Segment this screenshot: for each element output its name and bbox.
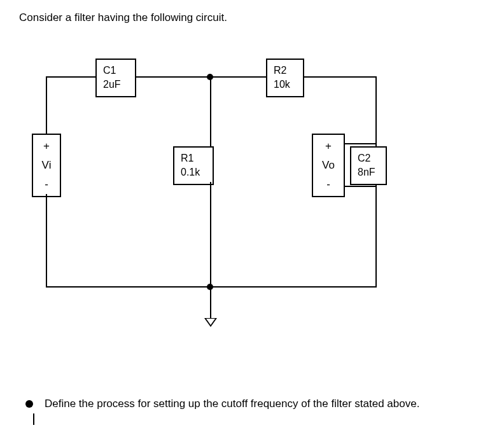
c2-label: C2 xyxy=(358,151,379,165)
wire xyxy=(46,76,97,78)
vo-label: Vo xyxy=(321,159,336,172)
c1-value: 2uF xyxy=(103,78,129,92)
ground-symbol-fill xyxy=(206,319,215,325)
question-row: Define the process for setting up the cu… xyxy=(25,398,419,410)
wire xyxy=(210,182,211,286)
port-vo: + Vo - xyxy=(312,134,345,197)
wire xyxy=(210,76,267,78)
wire xyxy=(46,194,47,286)
r1-label: R1 xyxy=(181,151,206,165)
vo-minus: - xyxy=(321,178,336,191)
c2-value: 8nF xyxy=(358,165,379,179)
wire xyxy=(210,76,211,146)
component-r2: R2 10k xyxy=(266,59,304,97)
question-text: Define the process for setting up the cu… xyxy=(45,398,419,410)
r1-value: 0.1k xyxy=(181,165,206,179)
vo-plus: + xyxy=(321,140,336,153)
r2-value: 10k xyxy=(274,78,297,92)
wire xyxy=(345,143,375,144)
wire xyxy=(136,76,210,78)
port-vi: + Vi - xyxy=(32,134,61,197)
wire xyxy=(345,186,375,187)
vi-label: Vi xyxy=(41,159,52,172)
circuit-diagram: + Vi - C1 2uF R2 10k + Vo - C2 8nF R1 xyxy=(32,51,439,324)
bullet-icon xyxy=(25,400,33,408)
vi-minus: - xyxy=(41,178,52,191)
wire xyxy=(210,286,211,318)
component-c2: C2 8nF xyxy=(350,146,387,185)
text-cursor xyxy=(33,413,34,425)
component-r1: R1 0.1k xyxy=(173,146,214,185)
prompt-text: Consider a filter having the following c… xyxy=(19,11,227,24)
component-c1: C1 2uF xyxy=(95,59,136,97)
wire xyxy=(46,76,47,134)
vi-plus: + xyxy=(41,140,52,153)
wire xyxy=(304,76,375,78)
c1-label: C1 xyxy=(103,64,129,78)
r2-label: R2 xyxy=(274,64,297,78)
